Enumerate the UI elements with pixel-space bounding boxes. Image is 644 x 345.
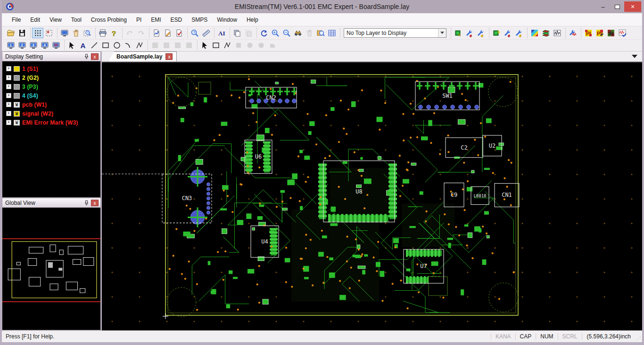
- expand-plus-icon[interactable]: +: [6, 75, 11, 80]
- net-check-yellow-button[interactable]: [513, 28, 525, 38]
- grid-snap-button[interactable]: [32, 28, 43, 38]
- layer-tree-item[interactable]: +Wsignal (W2): [6, 109, 100, 118]
- monitor-3-button[interactable]: 3: [28, 40, 39, 50]
- help-button[interactable]: ?: [108, 28, 120, 38]
- menu-emi[interactable]: EMI: [147, 15, 165, 25]
- pi-analysis-button[interactable]: PI: [583, 28, 594, 38]
- layer-tree-item[interactable]: +WEMI Error Mark (W3): [6, 118, 100, 127]
- wrench-waveform-button[interactable]: [567, 28, 578, 38]
- expand-plus-icon[interactable]: +: [6, 120, 11, 125]
- expand-plus-icon[interactable]: +: [6, 66, 11, 71]
- monitor-marks-button[interactable]: [50, 40, 62, 50]
- global-view-close-icon[interactable]: x: [91, 200, 99, 206]
- tab-label: BoardSample.lay: [116, 53, 162, 60]
- measure-ruler-icon: [202, 29, 210, 37]
- global-view-canvas[interactable]: [2, 208, 100, 330]
- menu-edit[interactable]: Edit: [26, 15, 44, 25]
- pi-edit-button[interactable]: PI: [594, 28, 605, 38]
- edit-cursor-button[interactable]: [199, 40, 210, 50]
- monitor-1-button[interactable]: 1: [5, 40, 17, 50]
- expand-plus-icon[interactable]: +: [6, 102, 11, 107]
- close-button[interactable]: ×: [624, 1, 641, 12]
- print-button[interactable]: [97, 28, 108, 38]
- layer-tree-item[interactable]: +1 (S1): [6, 64, 100, 73]
- circle-tool-button[interactable]: [111, 40, 123, 50]
- zoom-window-button[interactable]: [315, 28, 326, 38]
- menu-view[interactable]: View: [45, 15, 66, 25]
- menu-cross-probing[interactable]: Cross Probing: [87, 15, 131, 25]
- grid-view-button[interactable]: [326, 28, 338, 38]
- zoom-out-button[interactable]: −: [281, 28, 292, 38]
- menu-esd[interactable]: ESD: [166, 15, 187, 25]
- tab-close-icon[interactable]: x: [165, 53, 173, 60]
- select-cursor-icon: [67, 41, 76, 50]
- doc-edit-button[interactable]: [162, 28, 173, 38]
- gradient-map-button[interactable]: [529, 28, 540, 38]
- net-check-red-button[interactable]: [502, 28, 513, 38]
- doc-edit-icon: [164, 29, 172, 37]
- waveform-button[interactable]: [552, 28, 563, 38]
- text-tool-button[interactable]: A: [77, 40, 89, 50]
- pin-icon[interactable]: [83, 200, 90, 206]
- net-doc-button[interactable]: [151, 28, 162, 38]
- monitor-4-button[interactable]: 4: [39, 40, 50, 50]
- menu-smps[interactable]: SMPS: [187, 15, 212, 25]
- display-setting-close-icon[interactable]: x: [91, 53, 99, 60]
- zoom-region-button[interactable]: +: [82, 28, 93, 38]
- layer-tree-item[interactable]: +2 (G2): [6, 73, 100, 82]
- polyline-tool-button[interactable]: [134, 40, 145, 50]
- refresh-button[interactable]: [258, 28, 270, 38]
- menu-tool[interactable]: Tool: [67, 15, 86, 25]
- toolbar-group: AI: [214, 28, 229, 38]
- rule-check-button[interactable]: [173, 28, 185, 38]
- expand-plus-icon[interactable]: +: [6, 84, 11, 89]
- ai-text-button[interactable]: AI: [216, 28, 227, 38]
- resize-grip[interactable]: ⋰: [636, 331, 642, 342]
- monitor-2-button[interactable]: 2: [17, 40, 28, 50]
- menu-help[interactable]: Help: [242, 15, 263, 25]
- layer-stack-button[interactable]: [540, 28, 552, 38]
- expand-plus-icon[interactable]: +: [6, 93, 11, 98]
- pin-icon[interactable]: [83, 53, 90, 60]
- chip-analysis-button[interactable]: [491, 28, 502, 38]
- layer-tree-item[interactable]: +4 (S4): [6, 91, 100, 100]
- ir-drop-button[interactable]: IR: [605, 28, 617, 38]
- menu-window[interactable]: Window: [213, 15, 241, 25]
- layer-tree-item[interactable]: +3 (P3): [6, 82, 100, 91]
- tab-list-dropdown-icon[interactable]: [632, 55, 637, 58]
- emi-rule-yellow-button[interactable]: [475, 28, 487, 38]
- tab-boardsample[interactable]: BoardSample.lay x: [108, 51, 177, 61]
- svg-text:+: +: [273, 30, 276, 34]
- shape-c-icon: [173, 41, 182, 50]
- fit-view-button[interactable]: [292, 28, 304, 38]
- save-button[interactable]: [17, 28, 28, 38]
- pcb-canvas[interactable]: CN2SW1U6U8C2U2C9L8018CN1CN3U4U7: [102, 62, 642, 330]
- combobox-dropdown-icon[interactable]: [438, 29, 446, 37]
- emi-rule-green-button[interactable]: [453, 28, 464, 38]
- layer-tree-item[interactable]: +Wpcb (W1): [6, 100, 100, 109]
- copy-stack-button[interactable]: [231, 28, 243, 38]
- polyline-tool-2-button[interactable]: [222, 40, 233, 50]
- menu-pi[interactable]: PI: [132, 15, 146, 25]
- select-cursor-button[interactable]: [66, 40, 77, 50]
- minimize-button[interactable]: –: [596, 1, 610, 12]
- rect-tool-button[interactable]: [100, 40, 111, 50]
- open-folder-button[interactable]: [5, 28, 17, 38]
- expand-plus-icon[interactable]: +: [6, 111, 11, 116]
- waveform-check-button[interactable]: [617, 28, 628, 38]
- emi-rule-red-button[interactable]: [464, 28, 475, 38]
- menu-file[interactable]: File: [8, 15, 25, 25]
- search-help-button[interactable]: ?: [189, 28, 200, 38]
- pan-hand-button[interactable]: [70, 28, 82, 38]
- display-settings-button[interactable]: [59, 28, 70, 38]
- arc-tool-button[interactable]: [123, 40, 134, 50]
- zoom-in-button[interactable]: +: [270, 28, 281, 38]
- top-layer-combobox[interactable]: No Top Layer to Display: [344, 28, 446, 38]
- rect-tool-2-button[interactable]: [210, 40, 222, 50]
- region-select-button[interactable]: [43, 28, 55, 38]
- svg-text:A: A: [80, 42, 85, 50]
- measure-ruler-button[interactable]: [200, 28, 212, 38]
- help-icon: ?: [110, 29, 118, 37]
- maximize-button[interactable]: [610, 1, 624, 12]
- line-tool-button[interactable]: [89, 40, 100, 50]
